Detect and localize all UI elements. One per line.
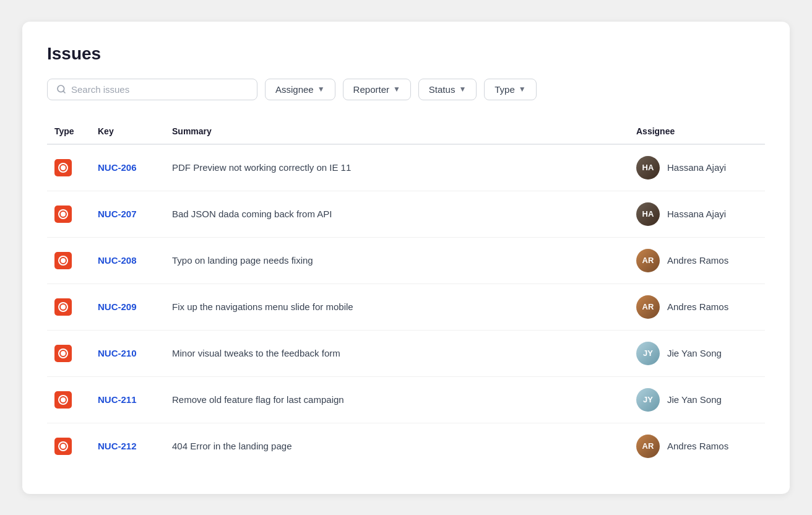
issue-key-link[interactable]: NUC-206: [98, 162, 137, 173]
chevron-down-icon: ▼: [393, 85, 400, 93]
issue-type-icon: [54, 298, 72, 316]
assignee-cell: AR Andres Ramos: [636, 295, 758, 319]
search-wrapper: [47, 79, 257, 100]
bug-icon: [59, 396, 67, 404]
issue-assignee-cell: HA Hassana Ajayi: [629, 191, 765, 237]
issue-type-icon: [54, 391, 72, 409]
issue-type-icon: [54, 438, 72, 455]
assignee-name: Andres Ramos: [667, 255, 728, 266]
assignee-cell: AR Andres Ramos: [636, 435, 758, 458]
assignee-cell: HA Hassana Ajayi: [636, 156, 758, 180]
issue-summary-text: Typo on landing page needs fixing: [172, 255, 313, 266]
issue-key-cell: NUC-210: [90, 330, 165, 376]
issue-key-link[interactable]: NUC-211: [98, 394, 137, 405]
assignee-name: Hassana Ajayi: [667, 162, 726, 173]
toolbar: Assignee ▼ Reporter ▼ Status ▼ Type ▼: [47, 79, 765, 100]
assignee-cell: JY Jie Yan Song: [636, 388, 758, 412]
issue-key-cell: NUC-212: [90, 423, 165, 469]
status-filter-button[interactable]: Status ▼: [418, 79, 477, 100]
issue-summary-cell: 404 Error in the landing page: [165, 423, 629, 469]
assignee-name: Andres Ramos: [667, 441, 728, 451]
bug-icon: [59, 350, 67, 357]
avatar: JY: [636, 388, 660, 412]
issue-type-icon: [54, 206, 72, 223]
avatar: HA: [636, 156, 660, 180]
issue-assignee-cell: JY Jie Yan Song: [629, 376, 765, 423]
bug-icon: [59, 443, 67, 450]
avatar: AR: [636, 435, 660, 458]
avatar: JY: [636, 342, 660, 365]
issue-type-cell: [47, 144, 90, 191]
issue-summary-cell: Fix up the navigations menu slide for mo…: [165, 283, 629, 330]
issue-key-link[interactable]: NUC-207: [98, 209, 137, 219]
issue-summary-text: 404 Error in the landing page: [172, 441, 292, 451]
issue-type-icon: [54, 159, 72, 176]
issue-key-cell: NUC-209: [90, 283, 165, 330]
page-title: Issues: [47, 44, 765, 64]
issue-type-cell: [47, 283, 90, 330]
issue-assignee-cell: AR Andres Ramos: [629, 237, 765, 283]
assignee-name: Hassana Ajayi: [667, 209, 726, 219]
issue-type-cell: [47, 191, 90, 237]
issue-key-cell: NUC-208: [90, 237, 165, 283]
issue-key-link[interactable]: NUC-208: [98, 255, 137, 266]
issue-summary-cell: Remove old feature flag for last campaig…: [165, 376, 629, 423]
assignee-name: Andres Ramos: [667, 301, 728, 312]
table-header-row: Type Key Summary Assignee: [47, 120, 765, 144]
avatar: HA: [636, 202, 660, 226]
assignee-name: Jie Yan Song: [667, 394, 722, 405]
issue-type-icon: [54, 252, 72, 269]
issues-card: Issues Assignee ▼ Reporter ▼ Status ▼ Ty…: [22, 22, 790, 494]
issue-key-cell: NUC-211: [90, 376, 165, 423]
col-header-key: Key: [90, 120, 165, 144]
issue-summary-text: Remove old feature flag for last campaig…: [172, 394, 344, 405]
col-header-summary: Summary: [165, 120, 629, 144]
issue-summary-text: Minor visual tweaks to the feedback form: [172, 348, 340, 358]
issue-type-cell: [47, 237, 90, 283]
table-row: NUC-207Bad JSON dada coming back from AP…: [47, 191, 765, 237]
table-row: NUC-210Minor visual tweaks to the feedba…: [47, 330, 765, 376]
issue-assignee-cell: AR Andres Ramos: [629, 283, 765, 330]
col-header-assignee: Assignee: [629, 120, 765, 144]
assignee-filter-button[interactable]: Assignee ▼: [265, 79, 335, 100]
issue-key-link[interactable]: NUC-210: [98, 348, 137, 358]
issue-assignee-cell: AR Andres Ramos: [629, 423, 765, 469]
issue-type-cell: [47, 376, 90, 423]
avatar: AR: [636, 295, 660, 319]
table-row: NUC-209Fix up the navigations menu slide…: [47, 283, 765, 330]
issue-summary-cell: Typo on landing page needs fixing: [165, 237, 629, 283]
issue-assignee-cell: JY Jie Yan Song: [629, 330, 765, 376]
assignee-cell: AR Andres Ramos: [636, 249, 758, 272]
search-input[interactable]: [71, 84, 248, 95]
assignee-cell: HA Hassana Ajayi: [636, 202, 758, 226]
bug-icon: [59, 303, 67, 311]
table-row: NUC-206PDF Preview not working correctly…: [47, 144, 765, 191]
table-row: NUC-211Remove old feature flag for last …: [47, 376, 765, 423]
chevron-down-icon: ▼: [317, 85, 325, 93]
issue-type-cell: [47, 330, 90, 376]
reporter-filter-button[interactable]: Reporter ▼: [343, 79, 411, 100]
assignee-name: Jie Yan Song: [667, 348, 722, 358]
avatar: AR: [636, 249, 660, 272]
search-icon: [56, 84, 66, 94]
issues-table: Type Key Summary Assignee NUC-206PDF Pre…: [47, 120, 765, 469]
bug-icon: [59, 210, 67, 218]
col-header-type: Type: [47, 120, 90, 144]
bug-icon: [59, 164, 67, 171]
issue-key-link[interactable]: NUC-209: [98, 301, 137, 312]
bug-icon: [59, 257, 67, 264]
issue-key-link[interactable]: NUC-212: [98, 441, 137, 451]
issue-type-cell: [47, 423, 90, 469]
table-row: NUC-208Typo on landing page needs fixing…: [47, 237, 765, 283]
issue-summary-cell: Minor visual tweaks to the feedback form: [165, 330, 629, 376]
issue-assignee-cell: HA Hassana Ajayi: [629, 144, 765, 191]
issue-summary-cell: PDF Preview not working correctly on IE …: [165, 144, 629, 191]
issue-key-cell: NUC-207: [90, 191, 165, 237]
issue-key-cell: NUC-206: [90, 144, 165, 191]
table-row: NUC-212404 Error in the landing page AR …: [47, 423, 765, 469]
issue-summary-text: Fix up the navigations menu slide for mo…: [172, 301, 353, 312]
chevron-down-icon: ▼: [519, 85, 526, 93]
assignee-cell: JY Jie Yan Song: [636, 342, 758, 365]
type-filter-button[interactable]: Type ▼: [484, 79, 536, 100]
issue-summary-cell: Bad JSON dada coming back from API: [165, 191, 629, 237]
